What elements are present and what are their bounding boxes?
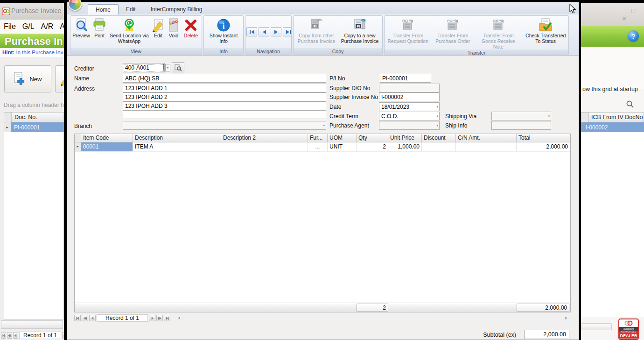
purchase-agent-dropdown-arrow[interactable]: ▾ xyxy=(436,124,438,128)
col-total[interactable]: Total xyxy=(517,134,570,142)
hscroll-left-button[interactable] xyxy=(176,315,182,321)
transfer-rq-icon: RQ xyxy=(400,18,415,33)
transfer-from-po-button[interactable]: PO Transfer From Purchase Order xyxy=(431,17,476,44)
cell-cn-amt[interactable] xyxy=(456,142,517,152)
cell-unit-price[interactable]: 1,000.00 xyxy=(388,142,422,152)
cell-total[interactable]: 2,000.00 xyxy=(517,142,570,152)
transfer-from-rq-button[interactable]: RQ Transfer From Request Quotation xyxy=(385,17,431,44)
item-row[interactable]: ► 00001 ITEM A ... UNIT 2 1,000.00 2,000… xyxy=(75,142,570,152)
cell-description-2[interactable] xyxy=(221,142,308,152)
icb-column-header[interactable]: ICB From IV DocNo xyxy=(589,114,643,120)
bg-scroll-fragment[interactable] xyxy=(581,323,612,330)
address-line-1-field[interactable]: 123 IPOH ADD 1 xyxy=(123,84,326,92)
branch-dropdown-arrow[interactable]: ▾ xyxy=(323,124,325,128)
pi-no-field[interactable]: PI-000001 xyxy=(380,74,431,83)
address-line-2-field[interactable]: 123 IPOH ADD 2 xyxy=(123,92,326,101)
copy-to-new-pi-button[interactable]: PI Copy to a new Purchase Invoice xyxy=(338,17,381,44)
cell-qty[interactable]: 2 xyxy=(357,142,388,152)
creditor-dropdown-button[interactable]: ▾ xyxy=(165,64,170,71)
ship-info-field[interactable] xyxy=(491,121,551,130)
address-line-3-field[interactable]: 123 IPOH ADD 3 xyxy=(123,101,326,110)
transfer-gr-label: Transfer From Goods Receive Note xyxy=(476,33,520,50)
date-dropdown-arrow[interactable]: ▾ xyxy=(436,105,438,109)
supplier-invoice-no-field[interactable]: I-000002 xyxy=(379,92,440,101)
doc-list-row[interactable]: ► PI-000001 xyxy=(4,122,64,132)
module-title: Purchase In xyxy=(5,35,63,48)
transfer-from-gr-button[interactable]: GR Transfer From Goods Receive Note xyxy=(475,17,521,50)
menu-ar[interactable]: A/R xyxy=(41,22,54,31)
hscroll-right-button[interactable] xyxy=(563,315,569,321)
delete-button[interactable]: Delete xyxy=(182,17,200,38)
item-next-page-button[interactable] xyxy=(156,315,163,321)
date-field[interactable]: 18/01/2023 ▾ xyxy=(379,102,440,111)
tab-intercompany-billing[interactable]: InterCompany Billing xyxy=(143,4,210,14)
nav-last-button[interactable] xyxy=(283,27,292,36)
cell-further-ellipsis[interactable]: ... xyxy=(308,142,328,152)
col-uom[interactable]: UOM xyxy=(328,134,357,142)
icb-header[interactable]: ICB From IV DocNo xyxy=(581,112,644,122)
credit-term-field[interactable]: C.O.D. ▾ xyxy=(379,112,440,120)
menu-gl[interactable]: G/L xyxy=(22,22,35,31)
show-grid-startup-label[interactable]: ow this grid at startup xyxy=(582,86,638,92)
doc-list-header[interactable]: Doc. No. xyxy=(4,112,64,122)
address-line-4-field[interactable] xyxy=(123,110,326,119)
menu-ap[interactable]: A/P xyxy=(60,22,64,31)
shipping-via-field[interactable]: ▾ xyxy=(491,112,551,120)
purchase-agent-field[interactable]: ▾ xyxy=(379,121,440,130)
prev-page-button[interactable] xyxy=(7,332,12,339)
print-button[interactable]: Print xyxy=(91,17,108,38)
creditor-search-button[interactable] xyxy=(172,62,184,73)
minimize-button[interactable]: – xyxy=(622,7,625,13)
prev-record-button[interactable] xyxy=(13,332,18,339)
nav-prev-button[interactable] xyxy=(259,27,269,36)
close-button[interactable]: ✕ xyxy=(622,16,626,21)
new-button[interactable]: New xyxy=(4,65,51,92)
branch-field[interactable]: ▾ xyxy=(123,121,326,130)
cell-discount[interactable] xyxy=(422,142,456,152)
summary-total: 2,000.00 xyxy=(517,304,569,312)
nav-next-button[interactable] xyxy=(271,27,281,36)
creditor-field[interactable]: 400-A001 xyxy=(123,63,165,72)
col-description-2[interactable]: Description 2 xyxy=(221,134,308,142)
search-icon[interactable] xyxy=(626,100,634,108)
help-icon[interactable]: ? xyxy=(628,30,639,42)
name-field[interactable]: ABC (HQ) SB xyxy=(123,74,326,83)
item-next-button[interactable] xyxy=(149,315,155,321)
preview-button[interactable]: Preview xyxy=(71,17,91,38)
shipping-via-dropdown-arrow[interactable]: ▾ xyxy=(548,114,550,118)
cell-item-code[interactable]: 00001 xyxy=(81,142,133,152)
icb-row[interactable]: I-000002 xyxy=(581,122,644,132)
col-qty[interactable]: Qty xyxy=(357,134,388,142)
next-record-button[interactable] xyxy=(62,332,64,339)
col-discount[interactable]: Discount xyxy=(422,134,456,142)
credit-term-label: Credit Term xyxy=(329,113,358,120)
first-record-button[interactable] xyxy=(1,332,6,339)
item-prev-button[interactable] xyxy=(89,315,96,321)
cell-description[interactable]: ITEM A xyxy=(133,142,221,152)
copy-from-other-pi-button[interactable]: PI Copy from other Purchase Invoice xyxy=(294,17,338,44)
maximize-button[interactable]: ▢ xyxy=(631,7,636,13)
credit-term-dropdown-arrow[interactable]: ▾ xyxy=(436,114,438,118)
edit-button-partial[interactable] xyxy=(55,65,64,92)
col-cn-amt[interactable]: C/N Amt. xyxy=(456,134,517,142)
cell-uom[interactable]: UNIT xyxy=(328,142,357,152)
item-first-button[interactable] xyxy=(74,315,81,321)
nav-first-button[interactable] xyxy=(246,27,257,36)
col-unit-price[interactable]: Unit Price xyxy=(388,134,422,142)
doc-no-column-header[interactable]: Doc. No. xyxy=(12,114,37,120)
col-item-code[interactable]: Item Code xyxy=(81,134,133,142)
item-last-button[interactable] xyxy=(164,315,170,321)
tab-edit[interactable]: Edit xyxy=(119,4,143,14)
show-instant-info-button[interactable]: i Show Instant Info xyxy=(205,17,242,44)
menu-file[interactable]: File xyxy=(4,22,16,31)
col-further[interactable]: Fur... xyxy=(308,134,328,142)
check-transferred-icon xyxy=(538,18,553,33)
send-location-whatsapp-button[interactable]: Send Location via WhatsApp xyxy=(108,17,151,44)
item-prev-page-button[interactable] xyxy=(82,315,88,321)
tab-home[interactable]: Home xyxy=(88,4,119,14)
void-button[interactable]: VOID Void xyxy=(166,17,182,38)
supplier-do-no-field[interactable] xyxy=(379,84,440,92)
check-transferred-status-button[interactable]: Check Transferred To Status xyxy=(524,17,567,44)
edit-button[interactable]: Edit xyxy=(151,17,166,38)
col-description[interactable]: Description xyxy=(133,134,221,142)
